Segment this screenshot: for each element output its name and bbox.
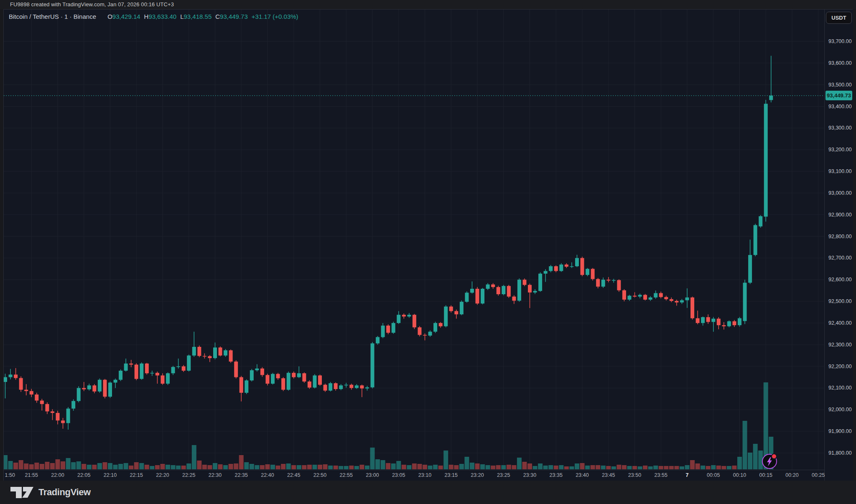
currency-toggle-button[interactable]: USDT bbox=[826, 12, 852, 24]
price-tick-label: 93,700.00 bbox=[828, 38, 852, 45]
time-tick-label: 22:15 bbox=[130, 472, 143, 478]
price-tick-label: 92,900.00 bbox=[828, 211, 852, 218]
time-tick-label: 22:00 bbox=[51, 472, 64, 478]
time-tick-label: 21:55 bbox=[25, 472, 38, 478]
time-tick-label: 23:25 bbox=[497, 472, 510, 478]
notification-dot bbox=[771, 453, 777, 459]
time-tick-label: 22:35 bbox=[235, 472, 248, 478]
time-tick-label: 22:40 bbox=[261, 472, 274, 478]
chart-panel: Bitcoin / TetherUS · 1 · Binance O93,429… bbox=[3, 9, 853, 481]
symbol-legend: Bitcoin / TetherUS · 1 · Binance O93,429… bbox=[9, 13, 298, 21]
time-tick-label: 22:50 bbox=[313, 472, 326, 478]
time-tick-label: 23:45 bbox=[602, 472, 615, 478]
time-tick-label: 23:20 bbox=[471, 472, 484, 478]
price-tick-label: 92,800.00 bbox=[828, 233, 852, 240]
last-price-label: 93,449.73 bbox=[825, 91, 852, 100]
time-tick-label: 7 bbox=[686, 472, 689, 478]
flash-boost-button[interactable] bbox=[762, 454, 777, 469]
tradingview-logo[interactable]: TradingView bbox=[10, 486, 91, 499]
high-value: 93,633.40 bbox=[148, 13, 176, 20]
time-tick-label: 00:10 bbox=[733, 472, 746, 478]
open-value: 93,429.14 bbox=[112, 13, 140, 20]
time-tick-label: 23:35 bbox=[550, 472, 563, 478]
price-tick-label: 91,800.00 bbox=[828, 450, 852, 456]
time-tick-label: 22:30 bbox=[209, 472, 222, 478]
candlestick-plot[interactable] bbox=[4, 10, 824, 470]
time-tick-label: 00:25 bbox=[812, 472, 825, 478]
price-tick-label: 92,200.00 bbox=[828, 363, 852, 370]
time-tick-label: 23:40 bbox=[576, 472, 588, 478]
time-tick-label: 23:00 bbox=[366, 472, 379, 478]
change-value: +31.17 (+0.03%) bbox=[252, 13, 298, 20]
price-tick-label: 92,500.00 bbox=[828, 298, 852, 305]
price-tick-label: 93,300.00 bbox=[828, 125, 852, 131]
price-axis[interactable]: USDT 93,449.73 93,700.0093,600.0093,500.… bbox=[824, 10, 853, 481]
high-label: H bbox=[144, 13, 149, 20]
price-tick-label: 93,600.00 bbox=[828, 60, 852, 66]
price-tick-label: 92,600.00 bbox=[828, 276, 852, 283]
time-tick-label: 00:20 bbox=[785, 472, 798, 478]
time-tick-label: 23:30 bbox=[523, 472, 536, 478]
time-tick-label: 1:50 bbox=[5, 472, 15, 478]
time-tick-label: 22:25 bbox=[182, 472, 195, 478]
tradingview-logo-icon bbox=[10, 486, 34, 498]
snapshot-info-bar: FU9898 created with TradingView.com, Jan… bbox=[0, 0, 856, 9]
time-tick-label: 22:05 bbox=[77, 472, 90, 478]
price-tick-label: 92,300.00 bbox=[828, 341, 852, 348]
time-tick-label: 23:15 bbox=[445, 472, 458, 478]
price-tick-label: 93,500.00 bbox=[828, 81, 852, 88]
price-tick-label: 92,700.00 bbox=[828, 255, 852, 261]
price-tick-label: 92,000.00 bbox=[828, 406, 852, 413]
price-tick-label: 92,100.00 bbox=[828, 384, 852, 391]
price-tick-label: 91,900.00 bbox=[828, 428, 852, 435]
time-tick-label: 00:05 bbox=[707, 472, 720, 478]
price-tick-label: 93,000.00 bbox=[828, 190, 852, 196]
low-value: 93,418.55 bbox=[184, 13, 212, 20]
close-label: C bbox=[215, 13, 220, 20]
time-tick-label: 23:05 bbox=[392, 472, 405, 478]
time-tick-label: 22:10 bbox=[104, 472, 117, 478]
close-value: 93,449.73 bbox=[220, 13, 248, 20]
ohlc-readout: O93,429.14H93,633.40L93,418.55C93,449.73… bbox=[104, 13, 298, 20]
time-tick-label: 22:45 bbox=[287, 472, 300, 478]
time-tick-label: 22:55 bbox=[340, 472, 353, 478]
open-label: O bbox=[107, 13, 112, 20]
price-tick-label: 92,400.00 bbox=[828, 320, 852, 326]
tradingview-snapshot: FU9898 created with TradingView.com, Jan… bbox=[0, 0, 856, 504]
symbol-description[interactable]: Bitcoin / TetherUS · 1 · Binance bbox=[9, 13, 96, 20]
time-axis[interactable]: 1:5021:5522:0022:0522:1022:1522:2022:252… bbox=[4, 470, 824, 481]
time-tick-label: 22:20 bbox=[156, 472, 169, 478]
price-tick-label: 93,100.00 bbox=[828, 168, 852, 175]
time-tick-label: 23:50 bbox=[628, 472, 641, 478]
time-tick-label: 23:10 bbox=[418, 472, 431, 478]
price-tick-label: 93,400.00 bbox=[828, 103, 852, 110]
tradingview-logo-text: TradingView bbox=[38, 487, 91, 498]
price-tick-label: 93,200.00 bbox=[828, 146, 852, 153]
time-tick-label: 00:15 bbox=[759, 472, 772, 478]
low-label: L bbox=[180, 13, 183, 20]
snapshot-info-text: FU9898 created with TradingView.com, Jan… bbox=[10, 1, 174, 8]
bottom-bar: TradingView bbox=[0, 481, 856, 504]
time-tick-label: 23:55 bbox=[655, 472, 667, 478]
